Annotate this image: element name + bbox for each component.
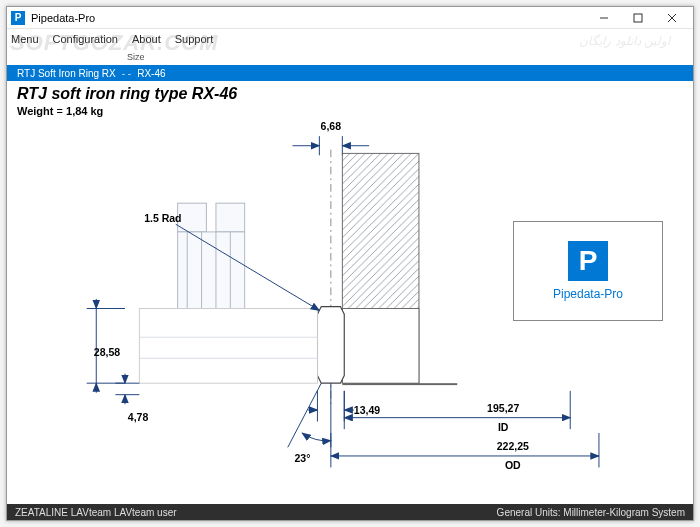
status-left: ZEATALINE LAVteam LAVteam user <box>15 507 177 518</box>
title-bar: P Pipedata-Pro <box>7 7 693 29</box>
maximize-button[interactable] <box>621 7 655 29</box>
breadcrumb-separator: - - <box>122 68 131 79</box>
dim-left-small: 4,78 <box>128 411 149 423</box>
svg-rect-10 <box>342 383 457 385</box>
status-right: General Units: Millimeter-Kilogram Syste… <box>497 507 685 518</box>
breadcrumb-group[interactable]: RTJ Soft Iron Ring RX <box>17 68 116 79</box>
logo-icon: P <box>568 241 608 281</box>
dim-radius-note: 1.5 Rad <box>144 212 181 224</box>
app-icon-letter: P <box>15 12 22 23</box>
main-content: RTJ soft iron ring type RX-46 Weight = 1… <box>7 81 693 504</box>
dim-id-label: ID <box>498 421 509 433</box>
menu-item-menu[interactable]: Menu <box>11 33 39 45</box>
dim-left-height: 28,58 <box>94 346 120 358</box>
dim-top-width: 6,68 <box>321 120 342 132</box>
logo-panel: P Pipedata-Pro <box>513 221 663 321</box>
svg-line-33 <box>288 383 322 447</box>
svg-rect-9 <box>342 309 419 384</box>
dim-bottom-small: 13,49 <box>354 404 380 416</box>
window-controls <box>587 7 689 29</box>
svg-rect-20 <box>139 309 317 384</box>
svg-marker-12 <box>317 307 344 384</box>
app-icon: P <box>11 11 25 25</box>
close-button[interactable] <box>655 7 689 29</box>
page-title: RTJ soft iron ring type RX-46 <box>17 85 237 103</box>
dim-od-label: OD <box>505 459 521 471</box>
window-title: Pipedata-Pro <box>31 12 95 24</box>
menu-item-configuration[interactable]: Configuration <box>53 33 118 45</box>
minimize-button[interactable] <box>587 7 621 29</box>
weight-line: Weight = 1,84 kg <box>17 105 103 117</box>
dim-id-value: 195,27 <box>487 402 519 414</box>
menu-item-support[interactable]: Support <box>175 33 214 45</box>
app-window: P Pipedata-Pro Menu Configuration About … <box>6 6 694 521</box>
size-bar: Size <box>7 49 693 65</box>
menu-item-about[interactable]: About <box>132 33 161 45</box>
dim-od-value: 222,25 <box>497 440 529 452</box>
size-label: Size <box>127 52 145 62</box>
breadcrumb: RTJ Soft Iron Ring RX - - RX-46 <box>7 65 693 81</box>
svg-rect-14 <box>216 203 245 232</box>
svg-rect-1 <box>634 14 642 22</box>
logo-label: Pipedata-Pro <box>553 287 623 301</box>
dim-angle: 23° <box>294 452 310 464</box>
menu-bar: Menu Configuration About Support <box>7 29 693 49</box>
breadcrumb-item[interactable]: RX-46 <box>137 68 165 79</box>
status-bar: ZEATALINE LAVteam LAVteam user General U… <box>7 504 693 520</box>
